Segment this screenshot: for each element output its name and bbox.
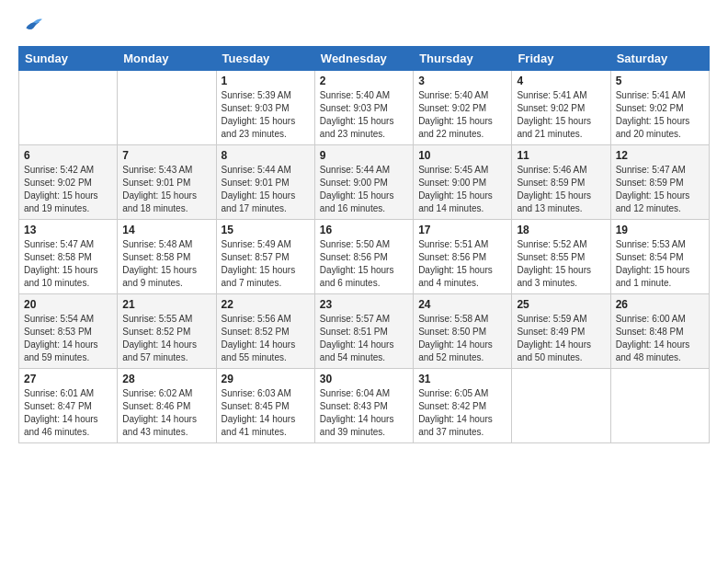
cell-info: Sunrise: 5:47 AMSunset: 8:59 PMDaylight:…: [616, 164, 704, 215]
cell-info: Sunrise: 5:58 AMSunset: 8:50 PMDaylight:…: [418, 313, 506, 364]
cell-info: Sunrise: 5:52 AMSunset: 8:55 PMDaylight:…: [517, 238, 605, 290]
cell-info: Sunrise: 5:51 AMSunset: 8:56 PMDaylight:…: [418, 238, 506, 290]
calendar-cell: 4 Sunrise: 5:41 AMSunset: 9:02 PMDayligh…: [512, 71, 610, 145]
weekday-header: Saturday: [610, 47, 709, 71]
weekday-header: Tuesday: [216, 47, 314, 71]
calendar: SundayMondayTuesdayWednesdayThursdayFrid…: [18, 46, 710, 443]
cell-info: Sunrise: 6:01 AMSunset: 8:47 PMDaylight:…: [24, 387, 112, 439]
calendar-cell: 7 Sunrise: 5:43 AMSunset: 9:01 PMDayligh…: [118, 145, 216, 220]
cell-info: Sunrise: 5:54 AMSunset: 8:53 PMDaylight:…: [24, 313, 112, 364]
calendar-cell: 26 Sunrise: 6:00 AMSunset: 8:48 PMDaylig…: [610, 294, 709, 369]
calendar-week-row: 20 Sunrise: 5:54 AMSunset: 8:53 PMDaylig…: [19, 294, 710, 369]
weekday-header: Friday: [512, 47, 610, 71]
day-number: 12: [616, 149, 704, 162]
calendar-cell: 12 Sunrise: 5:47 AMSunset: 8:59 PMDaylig…: [610, 145, 709, 220]
calendar-cell: 10 Sunrise: 5:45 AMSunset: 9:00 PMDaylig…: [414, 145, 512, 220]
cell-info: Sunrise: 5:39 AMSunset: 9:03 PMDaylight:…: [222, 89, 310, 141]
calendar-cell: 6 Sunrise: 5:42 AMSunset: 9:02 PMDayligh…: [19, 145, 118, 220]
day-number: 26: [616, 298, 704, 311]
cell-info: Sunrise: 5:56 AMSunset: 8:52 PMDaylight:…: [222, 313, 310, 364]
cell-info: Sunrise: 6:05 AMSunset: 8:42 PMDaylight:…: [418, 387, 506, 439]
calendar-cell: 15 Sunrise: 5:49 AMSunset: 8:57 PMDaylig…: [216, 220, 314, 294]
day-number: 31: [418, 373, 506, 385]
day-number: 16: [320, 224, 408, 236]
day-number: 23: [320, 298, 408, 311]
calendar-cell: 30 Sunrise: 6:04 AMSunset: 8:43 PMDaylig…: [314, 369, 413, 443]
cell-info: Sunrise: 5:55 AMSunset: 8:52 PMDaylight:…: [122, 313, 210, 364]
day-number: 24: [418, 298, 506, 311]
logo: [18, 15, 42, 37]
calendar-week-row: 27 Sunrise: 6:01 AMSunset: 8:47 PMDaylig…: [19, 369, 710, 443]
calendar-cell: [610, 369, 709, 443]
cell-info: Sunrise: 5:59 AMSunset: 8:49 PMDaylight:…: [517, 313, 605, 364]
weekday-header: Thursday: [414, 47, 512, 71]
day-number: 9: [320, 149, 408, 162]
calendar-cell: 9 Sunrise: 5:44 AMSunset: 9:00 PMDayligh…: [314, 145, 413, 220]
calendar-cell: 25 Sunrise: 5:59 AMSunset: 8:49 PMDaylig…: [512, 294, 610, 369]
calendar-cell: 16 Sunrise: 5:50 AMSunset: 8:56 PMDaylig…: [314, 220, 413, 294]
cell-info: Sunrise: 5:43 AMSunset: 9:01 PMDaylight:…: [122, 164, 210, 215]
calendar-cell: 1 Sunrise: 5:39 AMSunset: 9:03 PMDayligh…: [216, 71, 314, 145]
calendar-cell: 8 Sunrise: 5:44 AMSunset: 9:01 PMDayligh…: [216, 145, 314, 220]
calendar-week-row: 1 Sunrise: 5:39 AMSunset: 9:03 PMDayligh…: [19, 71, 710, 145]
calendar-cell: 22 Sunrise: 5:56 AMSunset: 8:52 PMDaylig…: [216, 294, 314, 369]
calendar-cell: [512, 369, 610, 443]
calendar-week-row: 13 Sunrise: 5:47 AMSunset: 8:58 PMDaylig…: [19, 220, 710, 294]
calendar-cell: [19, 71, 118, 145]
cell-info: Sunrise: 5:47 AMSunset: 8:58 PMDaylight:…: [24, 238, 112, 290]
cell-info: Sunrise: 6:04 AMSunset: 8:43 PMDaylight:…: [320, 387, 408, 439]
calendar-cell: 11 Sunrise: 5:46 AMSunset: 8:59 PMDaylig…: [512, 145, 610, 220]
calendar-cell: 19 Sunrise: 5:53 AMSunset: 8:54 PMDaylig…: [610, 220, 709, 294]
day-number: 25: [517, 298, 605, 311]
calendar-cell: 28 Sunrise: 6:02 AMSunset: 8:46 PMDaylig…: [118, 369, 216, 443]
calendar-cell: 27 Sunrise: 6:01 AMSunset: 8:47 PMDaylig…: [19, 369, 118, 443]
calendar-cell: 24 Sunrise: 5:58 AMSunset: 8:50 PMDaylig…: [414, 294, 512, 369]
calendar-cell: 14 Sunrise: 5:48 AMSunset: 8:58 PMDaylig…: [118, 220, 216, 294]
day-number: 6: [24, 149, 112, 162]
calendar-cell: 20 Sunrise: 5:54 AMSunset: 8:53 PMDaylig…: [19, 294, 118, 369]
day-number: 21: [122, 298, 210, 311]
cell-info: Sunrise: 5:40 AMSunset: 9:03 PMDaylight:…: [320, 89, 408, 141]
calendar-cell: 18 Sunrise: 5:52 AMSunset: 8:55 PMDaylig…: [512, 220, 610, 294]
day-number: 22: [222, 298, 310, 311]
day-number: 5: [616, 75, 704, 87]
day-number: 11: [517, 149, 605, 162]
header: [18, 15, 710, 37]
calendar-cell: 31 Sunrise: 6:05 AMSunset: 8:42 PMDaylig…: [414, 369, 512, 443]
weekday-header: Wednesday: [314, 47, 413, 71]
day-number: 17: [418, 224, 506, 236]
calendar-cell: 23 Sunrise: 5:57 AMSunset: 8:51 PMDaylig…: [314, 294, 413, 369]
cell-info: Sunrise: 5:53 AMSunset: 8:54 PMDaylight:…: [616, 238, 704, 290]
cell-info: Sunrise: 5:57 AMSunset: 8:51 PMDaylight:…: [320, 313, 408, 364]
weekday-header: Monday: [118, 47, 216, 71]
day-number: 13: [24, 224, 112, 236]
calendar-cell: 5 Sunrise: 5:41 AMSunset: 9:02 PMDayligh…: [610, 71, 709, 145]
day-number: 18: [517, 224, 605, 236]
calendar-cell: 13 Sunrise: 5:47 AMSunset: 8:58 PMDaylig…: [19, 220, 118, 294]
calendar-header-row: SundayMondayTuesdayWednesdayThursdayFrid…: [19, 47, 710, 71]
calendar-cell: 17 Sunrise: 5:51 AMSunset: 8:56 PMDaylig…: [414, 220, 512, 294]
logo-bird-icon: [20, 15, 42, 37]
cell-info: Sunrise: 5:46 AMSunset: 8:59 PMDaylight:…: [517, 164, 605, 215]
calendar-cell: 2 Sunrise: 5:40 AMSunset: 9:03 PMDayligh…: [314, 71, 413, 145]
cell-info: Sunrise: 5:42 AMSunset: 9:02 PMDaylight:…: [24, 164, 112, 215]
day-number: 1: [222, 75, 310, 87]
cell-info: Sunrise: 5:44 AMSunset: 9:01 PMDaylight:…: [222, 164, 310, 215]
cell-info: Sunrise: 5:40 AMSunset: 9:02 PMDaylight:…: [418, 89, 506, 141]
cell-info: Sunrise: 5:50 AMSunset: 8:56 PMDaylight:…: [320, 238, 408, 290]
cell-info: Sunrise: 5:45 AMSunset: 9:00 PMDaylight:…: [418, 164, 506, 215]
cell-info: Sunrise: 6:02 AMSunset: 8:46 PMDaylight:…: [122, 387, 210, 439]
page: SundayMondayTuesdayWednesdayThursdayFrid…: [0, 0, 728, 462]
day-number: 20: [24, 298, 112, 311]
calendar-cell: 29 Sunrise: 6:03 AMSunset: 8:45 PMDaylig…: [216, 369, 314, 443]
cell-info: Sunrise: 6:03 AMSunset: 8:45 PMDaylight:…: [222, 387, 310, 439]
day-number: 2: [320, 75, 408, 87]
weekday-header: Sunday: [19, 47, 118, 71]
cell-info: Sunrise: 5:49 AMSunset: 8:57 PMDaylight:…: [222, 238, 310, 290]
day-number: 8: [222, 149, 310, 162]
cell-info: Sunrise: 5:41 AMSunset: 9:02 PMDaylight:…: [517, 89, 605, 141]
day-number: 27: [24, 373, 112, 385]
cell-info: Sunrise: 5:44 AMSunset: 9:00 PMDaylight:…: [320, 164, 408, 215]
day-number: 19: [616, 224, 704, 236]
day-number: 29: [222, 373, 310, 385]
